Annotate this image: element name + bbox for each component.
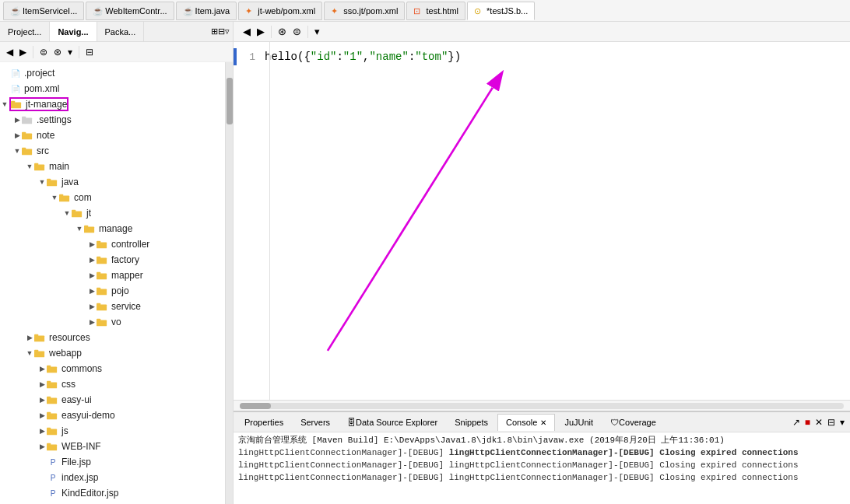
console-close-icon[interactable]: ✕ (540, 418, 546, 427)
console-clear-btn[interactable]: ✕ (813, 416, 825, 429)
tree-item-manage[interactable]: ▼ manage (0, 221, 225, 236)
tree-label: webapp (49, 348, 82, 359)
left-tab-packa[interactable]: Packa... (97, 22, 145, 41)
console-lock-btn[interactable]: ⊟ (825, 416, 838, 429)
tree-item-webapp[interactable]: ▼ webapp (0, 345, 225, 361)
editor-nav-btn[interactable]: ⊛ (275, 24, 290, 39)
tree-item-index.jsp[interactable]: Pindex.jsp (0, 470, 225, 485)
svg-rect-20 (97, 257, 107, 264)
tree-item-easy-ui[interactable]: ▶ easy-ui (0, 392, 225, 408)
main-area: Project... Navig... Packa... ⊞ ⊟ ▿ ◀ ▶ ⊜… (0, 22, 850, 504)
folder-icon (47, 410, 59, 421)
bottom-tab-servers[interactable]: Servers (293, 414, 338, 431)
bottom-tab-console-label: Console (506, 418, 537, 427)
tab-test-html-label: test.html (426, 6, 458, 16)
java-file-icon2: ☕ (93, 6, 102, 16)
bottom-tab-snippets[interactable]: Snippets (447, 414, 496, 431)
tree-item-controller[interactable]: ▶ controller (0, 236, 225, 252)
tab-jt-web-pom[interactable]: ✦ jt-web/pom.xml (238, 2, 322, 20)
left-scroll-thumb[interactable] (227, 78, 233, 124)
console-stop-btn[interactable]: ■ (803, 416, 813, 429)
tree-item-WEB-INF[interactable]: ▶ WEB-INF (0, 439, 225, 454)
folder-icon (47, 425, 59, 436)
tree-arrow: ▶ (87, 287, 97, 295)
line-number: 1 (234, 51, 265, 63)
tree-item-easyui-demo[interactable]: ▶ easyui-demo (0, 408, 225, 423)
editor-hscroll[interactable] (234, 400, 850, 411)
collapse-all-btn[interactable]: ⊜ (37, 45, 51, 59)
forward-btn[interactable]: ▶ (16, 45, 30, 59)
tab-test-html[interactable]: ⊡ test.html (406, 2, 465, 20)
tab-webitemcontroller-label: WebItemContr... (105, 6, 167, 16)
editor-up-btn[interactable]: ⊜ (290, 24, 304, 39)
bottom-tab-coverage[interactable]: 🛡 Coverage (602, 414, 664, 431)
file-icon: P (47, 472, 59, 483)
tab-item-java[interactable]: ☕ Item.java (176, 2, 237, 20)
tree-item-jt-manage[interactable]: ▼ jt-manage (0, 96, 225, 112)
tab-sso-pom[interactable]: ✦ sso.jt/pom.xml (324, 2, 405, 20)
bottom-tab-properties[interactable]: Properties (237, 414, 291, 431)
tree-item-vo[interactable]: ▶ vo (0, 314, 225, 330)
tab-webitemcontroller[interactable]: ☕ WebItemContr... (86, 2, 174, 20)
svg-rect-33 (34, 350, 38, 352)
tree-item-css[interactable]: ▶ css (0, 376, 225, 392)
console-settings-btn[interactable]: ▾ (838, 416, 847, 429)
tree-item-project[interactable]: 📄.project (0, 65, 225, 81)
tree-item-js[interactable]: ▶ js (0, 423, 225, 439)
link-editor-btn[interactable]: ⊛ (51, 45, 65, 59)
console-output: 京淘前台管理系统 [Maven Build] E:\DevApps\Java1.… (234, 432, 850, 504)
folder-icon (11, 99, 23, 110)
tree-item-File.jsp[interactable]: PFile.jsp (0, 454, 225, 470)
back-btn[interactable]: ◀ (3, 45, 16, 59)
tree-item-settings[interactable]: ▶ .settings (0, 112, 225, 128)
left-scroll-track[interactable] (226, 62, 233, 504)
folder-icon (34, 161, 47, 172)
left-tab-navig[interactable]: Navig... (50, 22, 97, 41)
left-panel-btn3[interactable]: ▿ (225, 26, 230, 37)
bottom-tab-console[interactable]: Console ✕ (497, 414, 555, 431)
tree-item-commons[interactable]: ▶ commons (0, 361, 225, 376)
tree-item-pom[interactable]: 📄pom.xml (0, 81, 225, 96)
back-editor-btn[interactable]: ◀ (240, 24, 254, 39)
tree-item-service[interactable]: ▶ service (0, 299, 225, 314)
bottom-tab-junit[interactable]: Ju JUnit (557, 414, 601, 431)
tree-item-src[interactable]: ▼ src (0, 143, 225, 159)
tree-arrow: ▶ (37, 396, 47, 404)
settings-btn[interactable]: ▾ (65, 45, 76, 59)
tree-label: manage (99, 223, 132, 234)
tree-item-java[interactable]: ▼ java (0, 174, 225, 190)
hscroll-thumb[interactable] (240, 403, 271, 409)
console-tool-btn1[interactable]: ↗ (790, 416, 803, 429)
left-panel-btn2[interactable]: ⊟ (218, 26, 225, 37)
bottom-tab-datasource[interactable]: 🗄 Data Source Explorer (339, 414, 445, 431)
tree-item-com[interactable]: ▼ com (0, 190, 225, 205)
hscroll-track[interactable] (240, 403, 844, 409)
folder-icon (22, 130, 34, 141)
minimize-btn[interactable]: ⊟ (83, 45, 97, 59)
tree-arrow: ▼ (12, 147, 22, 155)
tree-item-KindEditor.jsp[interactable]: PKindEditor.jsp (0, 485, 225, 501)
left-scroll[interactable] (225, 62, 233, 504)
tree-item-test.html[interactable]: Htest.html (0, 501, 225, 504)
code-editor[interactable]: 1 hello({"id":"1","name":"tom"}) (234, 42, 850, 400)
code-line-1: 1 hello({"id":"1","name":"tom"}) (234, 48, 850, 65)
editor-toggle-btn[interactable]: ▾ (311, 24, 323, 39)
tree-item-jt[interactable]: ▼ jt (0, 205, 225, 221)
tab-itemservice[interactable]: ☕ ItemServiceI... (3, 2, 84, 20)
tree-arrow: ▶ (87, 240, 97, 248)
editor-toolbar: ◀ ▶ ⊛ ⊜ ▾ (234, 22, 850, 42)
tree-item-factory[interactable]: ▶ factory (0, 252, 225, 268)
tree-item-resources[interactable]: ▶ resources (0, 330, 225, 345)
tree-item-pojo[interactable]: ▶ pojo (0, 283, 225, 299)
tree-item-mapper[interactable]: ▶ mapper (0, 268, 225, 283)
folder-icon (47, 394, 59, 405)
tab-testjs[interactable]: ⊙ *testJS.b... (467, 2, 535, 20)
left-tab-project[interactable]: Project... (0, 22, 50, 41)
folder-icon (22, 145, 34, 156)
left-panel-btn1[interactable]: ⊞ (211, 26, 218, 37)
forward-editor-btn[interactable]: ▶ (254, 24, 268, 39)
tree-item-note[interactable]: ▶ note (0, 128, 225, 143)
tree-item-main[interactable]: ▼ main (0, 159, 225, 174)
bottom-tab-datasource-label: 🗄 (347, 418, 356, 427)
top-tab-bar: ☕ ItemServiceI... ☕ WebItemContr... ☕ It… (0, 0, 850, 22)
